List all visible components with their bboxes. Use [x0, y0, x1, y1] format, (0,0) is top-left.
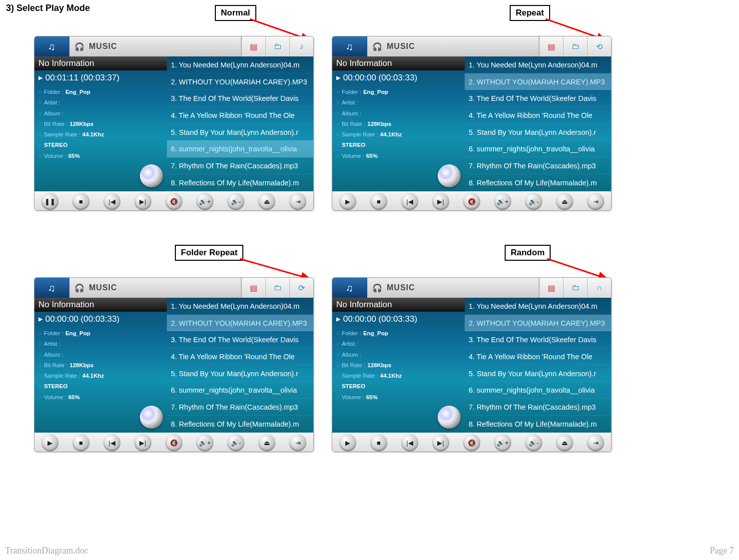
exit-button[interactable]: ⇥	[587, 193, 604, 210]
playlist-item[interactable]: 6. summer_nights(john_travolta__olivia	[167, 140, 313, 157]
eject-button[interactable]: ⏏	[258, 434, 275, 451]
sd-card-button[interactable]: ▤	[539, 278, 563, 298]
playlist-item[interactable]: 6. summer_nights(john_travolta__olivia	[465, 140, 611, 157]
sd-card-button[interactable]: ▤	[241, 278, 265, 298]
svg-line-2	[240, 259, 310, 279]
playlist-item[interactable]: 8. Reflections Of My Life(Marmalade).m	[465, 416, 611, 433]
prev-button[interactable]: |◀	[401, 193, 418, 210]
prev-button[interactable]: |◀	[103, 434, 120, 451]
now-playing-panel: No Information ▸ 00:00:00 (00:03:33) ○Fo…	[34, 298, 167, 433]
page-footer: TransitionDiagram.doc Page 7	[5, 546, 734, 556]
stop-button[interactable]: ■	[370, 434, 387, 451]
play-pause-button[interactable]: ▶	[339, 434, 356, 451]
playlist-item[interactable]: 5. Stand By Your Man(Lynn Anderson).r	[465, 365, 611, 382]
playlist-item[interactable]: 4. Tie A Yellow Ribbon 'Round The Ole	[465, 348, 611, 365]
vol-down-button[interactable]: 🔊-	[525, 434, 542, 451]
exit-button[interactable]: ⇥	[587, 434, 604, 451]
prev-button[interactable]: |◀	[103, 193, 120, 210]
stop-button[interactable]: ■	[370, 193, 387, 210]
play-pause-button[interactable]: ▶	[41, 434, 58, 451]
folder-button[interactable]: 🗀	[265, 278, 289, 298]
folder-button[interactable]: 🗀	[563, 36, 587, 56]
music-label: MUSIC	[89, 42, 117, 51]
transport-controls: ▶ ■ |◀ ▶| 🔇 🔊+ 🔊- ⏏ ⇥	[34, 433, 313, 452]
playlist-item[interactable]: 3. The End Of The World(Skeefer Davis	[465, 331, 611, 348]
music-player: ♫ 🎧 MUSIC ▤ 🗀 ♪ No Information ▸ 00:01:1…	[34, 36, 314, 211]
music-tab[interactable]: 🎧 MUSIC	[69, 278, 241, 298]
transport-controls: ❚❚ ■ |◀ ▶| 🔇 🔊+ 🔊- ⏏ ⇥	[34, 191, 313, 211]
prev-button[interactable]: |◀	[401, 434, 418, 451]
stereo-label: STEREO	[44, 140, 67, 150]
playlist-item[interactable]: 3. The End Of The World(Skeefer Davis	[167, 331, 313, 348]
playlist-item[interactable]: 3. The End Of The World(Skeefer Davis	[465, 90, 611, 107]
next-button[interactable]: ▶|	[432, 193, 449, 210]
folder-button[interactable]: 🗀	[563, 278, 587, 298]
play-mode-button[interactable]: ⟲	[587, 36, 611, 56]
eject-button[interactable]: ⏏	[258, 193, 275, 210]
vol-down-button[interactable]: 🔊-	[525, 193, 542, 210]
folder-button[interactable]: 🗀	[265, 36, 289, 56]
play-pause-button[interactable]: ▶	[339, 193, 356, 210]
playlist-item[interactable]: 4. Tie A Yellow Ribbon 'Round The Ole	[167, 107, 313, 124]
mute-button[interactable]: 🔇	[165, 434, 182, 451]
vol-down-button[interactable]: 🔊-	[227, 434, 244, 451]
eject-button[interactable]: ⏏	[556, 193, 573, 210]
playlist-item[interactable]: 8. Reflections Of My Life(Marmalade).m	[167, 174, 313, 191]
mute-button[interactable]: 🔇	[463, 434, 480, 451]
play-pause-button[interactable]: ❚❚	[41, 193, 58, 210]
playlist-item[interactable]: 1. You Needed Me(Lynn Anderson)04.m	[167, 56, 313, 73]
playlist-item[interactable]: 1. You Needed Me(Lynn Anderson)04.m	[465, 298, 611, 315]
playlist-item[interactable]: 7. Rhythm Of The Rain(Cascades).mp3	[167, 399, 313, 416]
playlist-item[interactable]: 1. You Needed Me(Lynn Anderson)04.m	[465, 56, 611, 73]
vol-up-button[interactable]: 🔊+	[494, 434, 511, 451]
stop-button[interactable]: ■	[72, 193, 89, 210]
track-title: No Information	[34, 56, 167, 70]
playlist-item[interactable]: 4. Tie A Yellow Ribbon 'Round The Ole	[465, 107, 611, 124]
playlist-item[interactable]: 5. Stand By Your Man(Lynn Anderson).r	[167, 365, 313, 382]
playlist-item[interactable]: 7. Rhythm Of The Rain(Cascades).mp3	[465, 157, 611, 174]
music-tab[interactable]: 🎧 MUSIC	[69, 36, 241, 56]
playlist-item[interactable]: 3. The End Of The World(Skeefer Davis	[167, 90, 313, 107]
playlist-item[interactable]: 7. Rhythm Of The Rain(Cascades).mp3	[167, 157, 313, 174]
next-button[interactable]: ▶|	[134, 193, 151, 210]
vol-up-button[interactable]: 🔊+	[196, 434, 213, 451]
vol-up-button[interactable]: 🔊+	[196, 193, 213, 210]
playlist-item[interactable]: 6. summer_nights(john_travolta__olivia	[465, 382, 611, 399]
exit-button[interactable]: ⇥	[289, 193, 306, 210]
headphones-icon: 🎧	[372, 283, 383, 293]
track-title: No Information	[34, 298, 167, 312]
playlist-item[interactable]: 5. Stand By Your Man(Lynn Anderson).r	[167, 124, 313, 141]
playlist-item[interactable]: 2. WITHOUT YOU(MARIAH CAREY).MP3	[465, 73, 611, 90]
vol-down-button[interactable]: 🔊-	[227, 193, 244, 210]
mute-button[interactable]: 🔇	[165, 193, 182, 210]
sd-card-button[interactable]: ▤	[539, 36, 563, 56]
mute-button[interactable]: 🔇	[463, 193, 480, 210]
next-button[interactable]: ▶|	[134, 434, 151, 451]
next-button[interactable]: ▶|	[432, 434, 449, 451]
callout-folder-repeat: Folder Repeat	[175, 245, 243, 261]
exit-button[interactable]: ⇥	[289, 434, 306, 451]
play-mode-button[interactable]: ⟳	[289, 278, 313, 298]
headphones-icon: 🎧	[74, 283, 85, 293]
sd-card-button[interactable]: ▤	[241, 36, 265, 56]
playlist-item[interactable]: 5. Stand By Your Man(Lynn Anderson).r	[465, 124, 611, 141]
playlist-item[interactable]: 2. WITHOUT YOU(MARIAH CAREY).MP3	[167, 315, 313, 332]
playlist-item[interactable]: 2. WITHOUT YOU(MARIAH CAREY).MP3	[167, 73, 313, 90]
vol-up-button[interactable]: 🔊+	[494, 193, 511, 210]
playlist-item[interactable]: 2. WITHOUT YOU(MARIAH CAREY).MP3	[465, 315, 611, 332]
play-mode-button[interactable]: ∩	[587, 278, 611, 298]
play-mode-button[interactable]: ♪	[289, 36, 313, 56]
music-tab[interactable]: 🎧 MUSIC	[367, 278, 539, 298]
playlist-item[interactable]: 8. Reflections Of My Life(Marmalade).m	[167, 416, 313, 433]
eject-button[interactable]: ⏏	[556, 434, 573, 451]
cd-icon	[140, 406, 163, 429]
playlist-item[interactable]: 7. Rhythm Of The Rain(Cascades).mp3	[465, 399, 611, 416]
playlist-item[interactable]: 1. You Needed Me(Lynn Anderson)04.m	[167, 298, 313, 315]
playlist-item[interactable]: 4. Tie A Yellow Ribbon 'Round The Ole	[167, 348, 313, 365]
callout-random: Random	[505, 245, 551, 261]
playlist-item[interactable]: 8. Reflections Of My Life(Marmalade).m	[465, 174, 611, 191]
music-tab[interactable]: 🎧 MUSIC	[367, 36, 539, 56]
stop-button[interactable]: ■	[72, 434, 89, 451]
playlist: 1. You Needed Me(Lynn Anderson)04.m2. WI…	[167, 298, 313, 433]
playlist-item[interactable]: 6. summer_nights(john_travolta__olivia	[167, 382, 313, 399]
